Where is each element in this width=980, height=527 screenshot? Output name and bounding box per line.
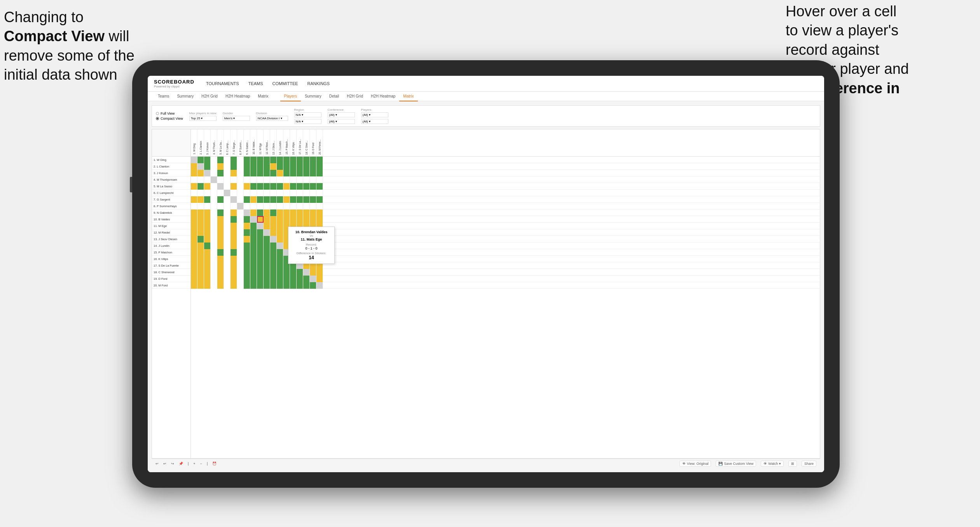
cell-8-3[interactable] bbox=[204, 203, 211, 209]
cell-16-5[interactable] bbox=[217, 256, 224, 262]
cell-20-7[interactable] bbox=[231, 282, 237, 289]
cell-10-10[interactable] bbox=[250, 216, 257, 223]
cell-4-11[interactable] bbox=[257, 176, 264, 183]
cell-2-18[interactable] bbox=[303, 163, 310, 170]
cell-20-1[interactable] bbox=[191, 282, 197, 289]
conference-select2[interactable]: (All) ▾ bbox=[328, 119, 355, 124]
cell-5-20[interactable] bbox=[316, 183, 323, 190]
cell-8-14[interactable] bbox=[277, 203, 283, 209]
cell-16-6[interactable] bbox=[224, 256, 231, 262]
cell-4-13[interactable] bbox=[270, 176, 277, 183]
cell-10-4[interactable] bbox=[211, 216, 217, 223]
cell-6-10[interactable] bbox=[250, 190, 257, 196]
cell-11-11[interactable] bbox=[257, 223, 264, 229]
cell-17-4[interactable] bbox=[211, 262, 217, 269]
cell-5-12[interactable] bbox=[264, 183, 270, 190]
cell-4-1[interactable] bbox=[191, 176, 197, 183]
cell-13-7[interactable] bbox=[231, 236, 237, 243]
cell-19-14[interactable] bbox=[277, 276, 283, 282]
tab-h2h-grid1[interactable]: H2H Grid bbox=[197, 92, 222, 101]
cell-10-16[interactable] bbox=[290, 216, 297, 223]
cell-5-6[interactable] bbox=[224, 183, 231, 190]
cell-17-9[interactable] bbox=[244, 262, 250, 269]
cell-9-14[interactable] bbox=[277, 209, 283, 216]
cell-12-9[interactable] bbox=[244, 229, 250, 236]
cell-5-1[interactable] bbox=[191, 183, 197, 190]
cell-13-14[interactable] bbox=[277, 236, 283, 243]
gender-select[interactable]: Men's ▾ bbox=[223, 116, 250, 121]
cell-18-13[interactable] bbox=[270, 269, 277, 276]
cell-11-1[interactable] bbox=[191, 223, 197, 229]
cell-18-16[interactable] bbox=[290, 269, 297, 276]
layout-button[interactable]: ⊞ bbox=[788, 461, 797, 467]
cell-15-10[interactable] bbox=[250, 249, 257, 256]
cell-13-12[interactable] bbox=[264, 236, 270, 243]
cell-19-12[interactable] bbox=[264, 276, 270, 282]
cell-5-7[interactable] bbox=[231, 183, 237, 190]
cell-8-16[interactable] bbox=[290, 203, 297, 209]
cell-14-5[interactable] bbox=[217, 243, 224, 249]
cell-6-2[interactable] bbox=[197, 190, 204, 196]
cell-6-19[interactable] bbox=[310, 190, 316, 196]
cell-16-4[interactable] bbox=[211, 256, 217, 262]
cell-1-13[interactable] bbox=[270, 157, 277, 163]
cell-11-9[interactable] bbox=[244, 223, 250, 229]
cell-2-13[interactable] bbox=[270, 163, 277, 170]
cell-4-17[interactable] bbox=[297, 176, 303, 183]
cell-4-19[interactable] bbox=[310, 176, 316, 183]
cell-10-14[interactable] bbox=[277, 216, 283, 223]
cell-15-13[interactable] bbox=[270, 249, 277, 256]
cell-12-2[interactable] bbox=[197, 229, 204, 236]
tab-detail[interactable]: Detail bbox=[325, 92, 343, 101]
cell-5-9[interactable] bbox=[244, 183, 250, 190]
tab-summary1[interactable]: Summary bbox=[173, 92, 197, 101]
cell-8-4[interactable] bbox=[211, 203, 217, 209]
cell-10-18[interactable] bbox=[303, 216, 310, 223]
cell-1-2[interactable] bbox=[197, 157, 204, 163]
cell-17-10[interactable] bbox=[250, 262, 257, 269]
cell-16-11[interactable] bbox=[257, 256, 264, 262]
pin-button[interactable]: 📌 bbox=[179, 462, 183, 466]
cell-10-17[interactable] bbox=[297, 216, 303, 223]
cell-8-12[interactable] bbox=[264, 203, 270, 209]
cell-13-6[interactable] bbox=[224, 236, 231, 243]
cell-16-1[interactable] bbox=[191, 256, 197, 262]
cell-11-10[interactable] bbox=[250, 223, 257, 229]
cell-10-15[interactable] bbox=[283, 216, 290, 223]
cell-15-9[interactable] bbox=[244, 249, 250, 256]
cell-9-20[interactable] bbox=[316, 209, 323, 216]
cell-1-7[interactable] bbox=[231, 157, 237, 163]
cell-18-8[interactable] bbox=[237, 269, 244, 276]
cell-20-8[interactable] bbox=[237, 282, 244, 289]
cell-19-1[interactable] bbox=[191, 276, 197, 282]
cell-5-10[interactable] bbox=[250, 183, 257, 190]
cell-17-6[interactable] bbox=[224, 262, 231, 269]
cell-19-18[interactable] bbox=[303, 276, 310, 282]
cell-3-14[interactable] bbox=[277, 170, 283, 176]
cell-7-11[interactable] bbox=[257, 196, 264, 203]
cell-18-6[interactable] bbox=[224, 269, 231, 276]
cell-4-3[interactable] bbox=[204, 176, 211, 183]
cell-7-16[interactable] bbox=[290, 196, 297, 203]
cell-1-9[interactable] bbox=[244, 157, 250, 163]
cell-8-2[interactable] bbox=[197, 203, 204, 209]
cell-14-9[interactable] bbox=[244, 243, 250, 249]
cell-4-16[interactable] bbox=[290, 176, 297, 183]
cell-10-5[interactable] bbox=[217, 216, 224, 223]
cell-13-13[interactable] bbox=[270, 236, 277, 243]
cell-15-6[interactable] bbox=[224, 249, 231, 256]
cell-7-18[interactable] bbox=[303, 196, 310, 203]
cell-20-17[interactable] bbox=[297, 282, 303, 289]
cell-3-19[interactable] bbox=[310, 170, 316, 176]
cell-8-5[interactable] bbox=[217, 203, 224, 209]
cell-5-8[interactable] bbox=[237, 183, 244, 190]
cell-20-4[interactable] bbox=[211, 282, 217, 289]
cell-10-7[interactable] bbox=[231, 216, 237, 223]
cell-2-7[interactable] bbox=[231, 163, 237, 170]
cell-14-14[interactable] bbox=[277, 243, 283, 249]
cell-9-5[interactable] bbox=[217, 209, 224, 216]
cell-4-14[interactable] bbox=[277, 176, 283, 183]
cell-19-11[interactable] bbox=[257, 276, 264, 282]
cell-1-6[interactable] bbox=[224, 157, 231, 163]
cell-8-15[interactable] bbox=[283, 203, 290, 209]
